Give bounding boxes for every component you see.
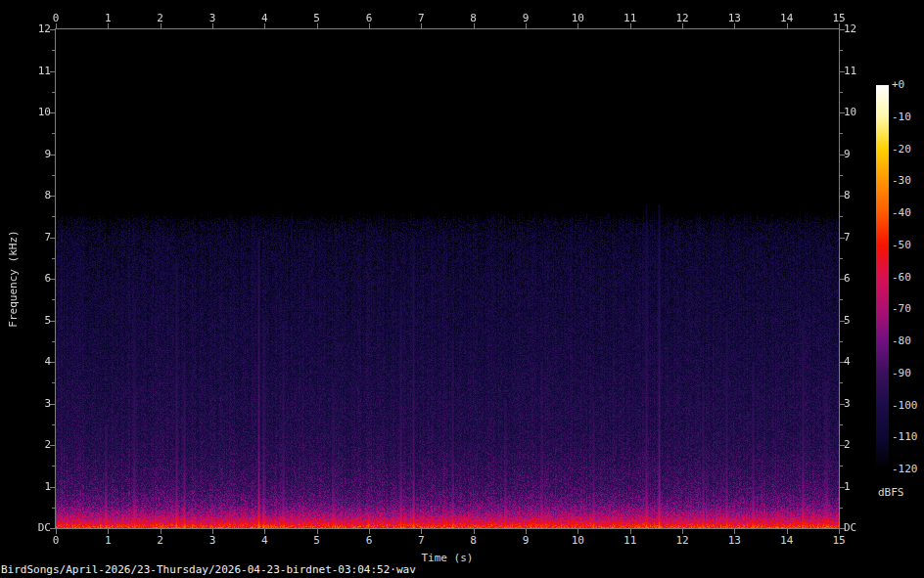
y-tick-label: 8	[844, 190, 851, 201]
x-tick-label: 10	[572, 535, 584, 547]
y-tick-label: 3	[18, 398, 51, 410]
colorbar-tick-label: -20	[892, 144, 911, 156]
x-tick-label: 0	[53, 535, 60, 547]
y-tick-label: DC	[18, 522, 51, 534]
x-tick-label: 10	[572, 13, 584, 24]
y-axis-tick	[840, 50, 843, 51]
x-tick-label: 3	[209, 535, 216, 547]
dbfs-unit-label: dBFS	[878, 486, 904, 499]
x-tick-label: 0	[53, 13, 60, 24]
colorbar	[876, 85, 889, 469]
y-tick-label: 11	[18, 66, 51, 77]
y-axis-tick	[52, 133, 55, 134]
y-axis-tick	[52, 424, 55, 425]
x-tick-label: 1	[105, 13, 112, 24]
x-tick-label: 12	[675, 535, 688, 547]
y-axis-tick	[840, 382, 843, 383]
y-tick-label: 2	[18, 439, 51, 451]
y-axis-tick	[840, 424, 843, 425]
x-tick-label: 8	[470, 13, 477, 24]
x-tick-label: 3	[209, 13, 216, 24]
y-axis-tick	[52, 175, 55, 176]
colorbar-tick-label: -30	[892, 175, 911, 187]
y-axis-tick	[840, 175, 843, 176]
x-tick-label: 2	[157, 13, 163, 24]
y-tick-label: 5	[18, 315, 51, 327]
colorbar-tick-label: -120	[892, 464, 918, 475]
x-tick-label: 15	[832, 535, 845, 547]
y-tick-label: 1	[844, 481, 851, 493]
x-tick-label: 14	[780, 535, 793, 547]
y-tick-label: 1	[18, 481, 51, 493]
spectrogram-window: 0011223344556677889910101111121213131414…	[0, 0, 924, 578]
y-tick-label: 3	[844, 398, 851, 410]
x-tick-label: 6	[366, 13, 373, 24]
colorbar-tick-label: -110	[892, 431, 918, 443]
colorbar-tick-label: -40	[892, 207, 911, 219]
x-tick-label: 6	[366, 535, 373, 547]
colorbar-tick-label: -60	[892, 272, 911, 284]
colorbar-tick-label: -100	[892, 400, 918, 412]
y-tick-label: 10	[844, 107, 856, 118]
y-tick-label: 4	[844, 356, 851, 368]
x-tick-label: 14	[780, 13, 793, 24]
colorbar-tick-label: -50	[892, 240, 911, 251]
y-axis-tick	[52, 258, 55, 259]
y-tick-label: 12	[844, 23, 856, 35]
y-tick-label: 7	[844, 232, 851, 244]
y-tick-label: 9	[18, 149, 51, 160]
y-tick-label: 9	[844, 149, 851, 160]
y-tick-label: 11	[844, 66, 856, 77]
y-axis-tick	[840, 466, 843, 467]
y-tick-label: 10	[18, 107, 51, 118]
y-tick-label: 5	[844, 315, 851, 327]
y-axis-tick	[52, 216, 55, 217]
x-tick-label: 8	[470, 535, 477, 547]
colorbar-tick-label: -90	[892, 368, 911, 379]
y-axis-tick	[840, 92, 843, 93]
x-tick-label: 13	[728, 535, 741, 547]
x-tick-label: 11	[624, 13, 636, 24]
y-tick-label: 8	[18, 190, 51, 201]
plot-frame	[55, 28, 840, 529]
y-axis-tick	[52, 508, 55, 509]
y-axis-tick	[840, 299, 843, 300]
x-tick-label: 4	[261, 535, 268, 547]
y-axis-tick	[52, 50, 55, 51]
x-tick-label: 9	[523, 13, 530, 24]
colorbar-tick-label: +0	[892, 79, 904, 91]
x-tick-label: 13	[728, 13, 741, 24]
y-axis-tick	[840, 508, 843, 509]
y-axis-tick	[52, 92, 55, 93]
y-axis-tick	[840, 133, 843, 134]
x-tick-label: 5	[313, 13, 320, 24]
y-axis-tick	[840, 341, 843, 342]
colorbar-tick-label: -70	[892, 303, 911, 315]
y-axis-tick	[52, 341, 55, 342]
x-tick-label: 5	[313, 535, 320, 547]
file-path-text: BirdSongs/April-2026/23-Thursday/2026-04…	[1, 563, 416, 576]
x-tick-label: 7	[418, 535, 425, 547]
colorbar-tick-label: -80	[892, 335, 911, 347]
y-tick-label: 7	[18, 232, 51, 244]
y-axis-tick	[52, 299, 55, 300]
colorbar-tick-label: -10	[892, 111, 911, 123]
y-tick-label: 4	[18, 356, 51, 368]
x-tick-label: 9	[523, 535, 530, 547]
x-tick-label: 4	[261, 13, 268, 24]
y-axis-tick	[52, 466, 55, 467]
x-tick-label: 11	[624, 535, 636, 547]
y-tick-label: 6	[844, 273, 851, 285]
y-tick-label: DC	[844, 522, 856, 534]
x-tick-label: 2	[157, 535, 163, 547]
x-tick-label: 12	[675, 13, 688, 24]
frequency-axis-title: Frequency (kHz)	[7, 230, 20, 327]
y-axis-tick	[52, 382, 55, 383]
y-tick-label: 6	[18, 273, 51, 285]
y-tick-label: 2	[844, 439, 851, 451]
x-tick-label: 7	[418, 13, 425, 24]
y-tick-label: 12	[18, 23, 51, 35]
y-axis-tick	[840, 258, 843, 259]
y-axis-tick	[840, 216, 843, 217]
x-tick-label: 1	[105, 535, 112, 547]
